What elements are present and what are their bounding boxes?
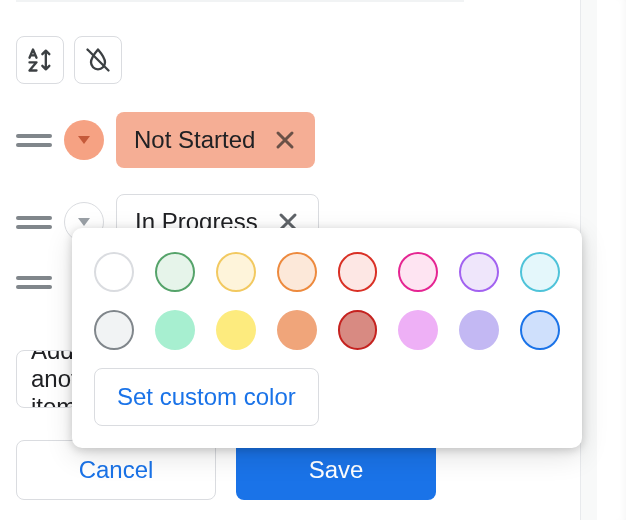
add-item-label: Add another item bbox=[31, 350, 76, 408]
color-swatch[interactable] bbox=[398, 252, 438, 292]
save-button[interactable]: Save bbox=[236, 440, 436, 500]
option-chip[interactable]: Not Started bbox=[116, 112, 315, 168]
chevron-down-icon bbox=[78, 218, 90, 226]
remove-option-button[interactable] bbox=[273, 128, 297, 152]
cancel-button[interactable]: Cancel bbox=[16, 440, 216, 500]
color-swatch[interactable] bbox=[459, 252, 499, 292]
droplet-off-icon bbox=[84, 46, 112, 74]
sort-az-button[interactable] bbox=[16, 36, 64, 84]
color-swatch[interactable] bbox=[216, 252, 256, 292]
swatch-row bbox=[94, 252, 560, 292]
color-swatch[interactable] bbox=[94, 252, 134, 292]
color-swatch[interactable] bbox=[277, 252, 317, 292]
color-picker-popover: Set custom color bbox=[72, 228, 582, 448]
color-swatch[interactable] bbox=[338, 252, 378, 292]
drag-handle-icon[interactable] bbox=[16, 216, 52, 229]
set-custom-color-label: Set custom color bbox=[117, 383, 296, 411]
color-swatch[interactable] bbox=[338, 310, 378, 350]
chevron-down-icon bbox=[78, 136, 90, 144]
color-swatch[interactable] bbox=[155, 252, 195, 292]
color-swatch[interactable] bbox=[398, 310, 438, 350]
color-swatch[interactable] bbox=[94, 310, 134, 350]
option-label: Not Started bbox=[134, 126, 255, 154]
option-row: Not Started bbox=[16, 112, 610, 168]
drag-handle-icon[interactable] bbox=[16, 134, 52, 147]
divider bbox=[16, 0, 464, 2]
set-custom-color-button[interactable]: Set custom color bbox=[94, 368, 319, 426]
drag-handle-icon[interactable] bbox=[16, 276, 52, 289]
sort-az-icon bbox=[26, 46, 54, 74]
colorblind-toggle-button[interactable] bbox=[74, 36, 122, 84]
color-swatch[interactable] bbox=[155, 310, 195, 350]
color-swatch[interactable] bbox=[459, 310, 499, 350]
color-swatch[interactable] bbox=[520, 310, 560, 350]
cancel-label: Cancel bbox=[79, 456, 154, 484]
save-label: Save bbox=[309, 456, 364, 484]
swatch-row bbox=[94, 310, 560, 350]
add-item-button[interactable]: Add another item bbox=[16, 350, 76, 408]
color-dropdown-trigger[interactable] bbox=[64, 120, 104, 160]
color-swatch[interactable] bbox=[277, 310, 317, 350]
close-icon bbox=[273, 128, 297, 152]
color-swatch[interactable] bbox=[520, 252, 560, 292]
color-swatch[interactable] bbox=[216, 310, 256, 350]
